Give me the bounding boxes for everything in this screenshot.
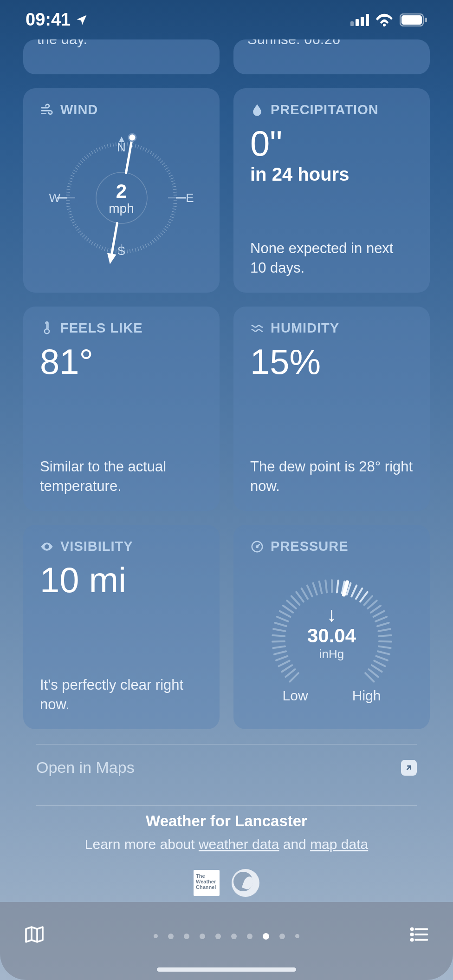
svg-line-167 (373, 611, 384, 616)
svg-line-175 (376, 656, 387, 660)
precip-sub: in 24 hours (250, 164, 413, 185)
svg-point-131 (45, 329, 49, 333)
svg-line-35 (173, 192, 177, 192)
svg-line-113 (84, 156, 86, 159)
map-data-link[interactable]: map data (310, 836, 368, 852)
list-icon[interactable] (408, 924, 430, 945)
eye-icon (40, 540, 54, 554)
svg-line-16 (145, 148, 147, 151)
wind-icon (40, 103, 54, 117)
svg-line-172 (379, 641, 391, 641)
visibility-card[interactable]: VISIBILITY 10 mi It's perfectly clear ri… (23, 525, 220, 729)
svg-line-49 (163, 228, 166, 230)
svg-line-149 (287, 601, 296, 608)
svg-point-132 (46, 545, 48, 548)
footer-subtitle: Learn more about weather data and map da… (0, 836, 453, 852)
card-grid: WIND N S E W (0, 74, 453, 729)
feels-desc: Similar to the actual temperature. (40, 457, 203, 496)
pressure-title: PRESSURE (271, 539, 349, 554)
svg-line-154 (313, 583, 317, 595)
svg-line-165 (368, 601, 377, 608)
precipitation-card[interactable]: PRECIPITATION 0" in 24 hours None expect… (233, 88, 430, 293)
open-in-maps-row[interactable]: Open in Maps (0, 745, 453, 791)
svg-line-15 (142, 147, 144, 150)
svg-point-183 (411, 934, 413, 935)
svg-line-84 (78, 230, 81, 233)
svg-line-138 (278, 660, 289, 666)
feels-value: 81° (40, 343, 203, 380)
svg-rect-5 (401, 15, 422, 25)
status-bar: 09:41 (0, 0, 453, 39)
weather-data-link[interactable]: weather data (199, 836, 279, 852)
svg-line-152 (301, 588, 307, 598)
feels-title: FEELS LIKE (60, 320, 143, 336)
page-dots[interactable] (154, 933, 299, 940)
svg-line-28 (168, 172, 171, 174)
pressure-trend-down-icon: ↓ (307, 604, 356, 624)
weather-channel-logo[interactable]: The Weather Channel (194, 870, 220, 896)
precip-desc: None expected in next 10 days. (250, 239, 413, 278)
svg-line-62 (135, 248, 136, 252)
svg-line-164 (364, 596, 372, 605)
feels-like-card[interactable]: FEELS LIKE 81° Similar to the actual tem… (23, 307, 220, 511)
pressure-card[interactable]: PRESSURE ↓ 30.04 inHg Low High (233, 525, 430, 729)
svg-line-115 (89, 152, 91, 155)
humidity-desc: The dew point is 28° right now. (250, 457, 413, 496)
wind-card[interactable]: WIND N S E W (23, 88, 220, 293)
svg-line-173 (378, 646, 390, 648)
svg-line-128 (126, 137, 132, 173)
peek-card-left[interactable]: the day. (23, 39, 220, 74)
svg-point-134 (256, 546, 258, 548)
svg-line-95 (66, 203, 70, 203)
partner-logo[interactable] (232, 869, 259, 897)
svg-line-105 (71, 175, 74, 176)
visibility-desc: It's perfectly clear right now. (40, 675, 203, 714)
svg-rect-0 (350, 21, 354, 26)
svg-line-106 (72, 172, 75, 174)
svg-line-54 (154, 238, 156, 241)
svg-line-162 (356, 588, 362, 598)
status-right (350, 13, 427, 26)
svg-line-50 (162, 230, 165, 233)
svg-line-155 (319, 581, 322, 593)
peek-card-right[interactable]: Sunrise: 06:26 (233, 39, 430, 74)
svg-line-61 (137, 247, 138, 251)
svg-line-94 (66, 206, 70, 206)
open-in-maps-label: Open in Maps (36, 758, 135, 777)
humidity-icon (250, 321, 264, 335)
svg-line-63 (132, 248, 133, 252)
svg-line-177 (371, 665, 382, 672)
svg-line-88 (72, 221, 75, 223)
svg-line-153 (307, 585, 312, 596)
svg-line-85 (76, 228, 79, 230)
wifi-icon (375, 13, 393, 26)
svg-line-80 (86, 238, 89, 241)
svg-line-57 (148, 242, 149, 246)
svg-line-179 (365, 673, 374, 681)
humidity-card[interactable]: HUMIDITY 15% The dew point is 28° right … (233, 307, 430, 511)
status-left: 09:41 (26, 10, 88, 30)
svg-line-18 (149, 151, 151, 154)
external-link-icon (401, 760, 417, 776)
svg-point-129 (128, 133, 136, 142)
svg-line-171 (379, 635, 391, 636)
svg-line-120 (101, 145, 103, 149)
svg-line-77 (94, 242, 96, 246)
svg-line-12 (135, 144, 136, 148)
svg-line-20 (154, 154, 156, 157)
svg-line-22 (158, 158, 161, 161)
svg-line-52 (158, 235, 161, 237)
svg-line-125 (116, 142, 116, 146)
svg-line-117 (94, 150, 96, 153)
pressure-unit: inHg (307, 647, 356, 661)
home-indicator[interactable] (157, 967, 296, 972)
svg-line-78 (91, 241, 93, 244)
gauge-icon (250, 540, 264, 554)
svg-line-31 (171, 180, 175, 181)
svg-line-34 (173, 189, 176, 189)
map-icon[interactable] (23, 923, 45, 946)
precip-title: PRECIPITATION (271, 102, 379, 118)
thermometer-icon (40, 321, 54, 335)
svg-line-17 (148, 150, 149, 153)
svg-rect-3 (366, 14, 369, 26)
